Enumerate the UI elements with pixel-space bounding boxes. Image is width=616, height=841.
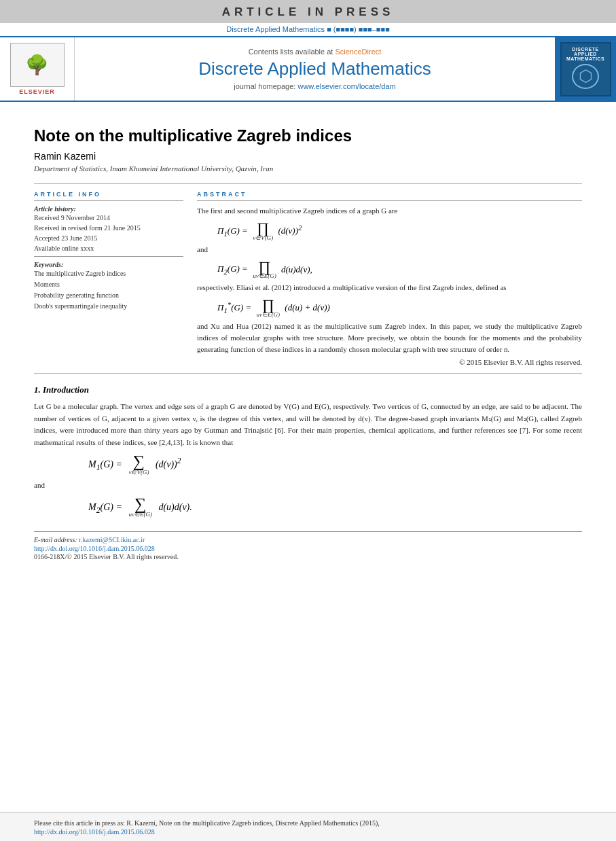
formula-pi1-rhs: (d(v))2 [278, 226, 302, 236]
pi1-sub: v∈V(G) [253, 234, 273, 241]
formula-pi1-lhs: Π1(G) = [217, 226, 250, 236]
section-number: 1. [34, 384, 41, 395]
formula-m1: M1(G) = ∑ v∈V(G) (d(v))2 [88, 455, 582, 475]
keywords-label: Keywords: [34, 261, 183, 268]
author-name: Ramin Kazemi [34, 151, 582, 162]
dam-logo-text: DISCRETEAPPLIEDMATHEMATICS [566, 47, 604, 61]
keyword-2: Moments [34, 279, 183, 290]
two-col-layout: ARTICLE INFO Article history: Received 9… [34, 191, 582, 366]
banner-text: ARTICLE IN PRESS [222, 5, 395, 18]
section-title: 1. Introduction [34, 384, 582, 395]
formula-pi2: Π2(G) = ∏ uv∈E(G) d(u)d(v), [217, 261, 582, 280]
formula-pi1: Π1(G) = ∏ v∈V(G) (d(v))2 [217, 222, 582, 241]
formula-pi2-prod: ∏ uv∈E(G) [253, 261, 276, 280]
abstract-text-2: respectively. Eliasi et al. (2012) intro… [197, 282, 582, 293]
formula-pi1star-lhs: Π1*(G) = [217, 302, 254, 312]
keyword-4: Doob's supermartingale inequality [34, 301, 183, 312]
m2-sub: uv∈E(G) [128, 511, 152, 518]
section-title-text: Introduction [43, 384, 89, 395]
email-label: E-mail address: [34, 536, 77, 543]
doi-line-text: Discrete Applied Mathematics ■ (■■■■) ■■… [226, 25, 390, 33]
abstract-text-3: and Xu and Hua (2012) named it as the mu… [197, 321, 582, 355]
intro-paragraph-1: Let G be a molecular graph. The vertex a… [34, 401, 582, 448]
formula-m2-sum: ∑ uv∈E(G) [128, 498, 152, 518]
pi1star-sub: uv∈E(G) [257, 311, 280, 318]
m1-sum-symbol: ∑ [133, 455, 145, 468]
article-info-col: ARTICLE INFO Article history: Received 9… [34, 191, 183, 366]
elsevier-tree-icon: 🌳 [25, 54, 49, 76]
keyword-3: Probability generating function [34, 290, 183, 301]
doi-link[interactable]: http://dx.doi.org/10.1016/j.dam.2015.06.… [34, 545, 582, 552]
journal-title: Discrete Applied Mathematics [81, 58, 548, 79]
formula-m2-rhs: d(u)d(v). [158, 502, 192, 512]
homepage-url[interactable]: www.elsevier.com/locate/dam [297, 82, 395, 90]
formula-pi1-prod: ∏ v∈V(G) [253, 222, 273, 241]
separator-2 [34, 373, 582, 374]
main-content: Note on the multiplicative Zagreb indice… [0, 102, 616, 574]
formula-m2-lhs: M2(G) = [88, 502, 124, 512]
formula-m1-lhs: M1(G) = [88, 459, 124, 469]
journal-logo-right: DISCRETEAPPLIEDMATHEMATICS [555, 37, 616, 101]
email-link[interactable]: r.kazemi@SCI.ikiu.ac.ir [79, 536, 145, 543]
footnote-email-line: E-mail address: r.kazemi@SCI.ikiu.ac.ir [34, 536, 582, 543]
dam-logo-circle [572, 64, 599, 89]
abstract-copyright: © 2015 Elsevier B.V. All rights reserved… [197, 358, 582, 366]
journal-homepage: journal homepage: www.elsevier.com/locat… [81, 82, 548, 90]
formula-m1-sum: ∑ v∈V(G) [128, 455, 149, 475]
formula-m2: M2(G) = ∑ uv∈E(G) d(u)d(v). [88, 498, 582, 518]
m1-sub: v∈V(G) [128, 469, 149, 476]
affiliation: Department of Statistics, Imam Khomeini … [34, 164, 582, 173]
separator-1 [34, 183, 582, 184]
journal-header: 🌳 ELSEVIER Contents lists available at S… [0, 36, 616, 102]
doi-line: Discrete Applied Mathematics ■ (■■■■) ■■… [0, 23, 616, 36]
abstract-heading: ABSTRACT [197, 191, 582, 198]
pi2-prod-symbol: ∏ [258, 261, 270, 273]
abstract-text-1: The first and second multiplicative Zagr… [197, 205, 582, 217]
online-date: Available online xxxx [34, 243, 183, 253]
info-separator-1 [34, 200, 183, 201]
article-info-heading: ARTICLE INFO [34, 191, 183, 198]
formula-pi1star-rhs: (d(u) + d(v)) [285, 302, 330, 312]
elsevier-logo-image: 🌳 [10, 43, 65, 87]
citation-doi: http://dx.doi.org/10.1016/j.dam.2015.06.… [34, 828, 582, 836]
dam-logo-box: DISCRETEAPPLIEDMATHEMATICS [560, 42, 611, 96]
page: ARTICLE IN PRESS Discrete Applied Mathem… [0, 0, 616, 841]
info-separator-2 [34, 256, 183, 257]
formula-pi2-lhs: Π2(G) = [217, 264, 250, 274]
abstract-col: ABSTRACT The first and second multiplica… [197, 191, 582, 366]
article-in-press-banner: ARTICLE IN PRESS [0, 0, 616, 23]
formula-pi2-rhs: d(u)d(v), [281, 264, 312, 274]
citation-text: Please cite this article in press as: R.… [34, 818, 582, 828]
keyword-1: The multiplicative Zagreb indices [34, 268, 183, 279]
sciencedirect-link[interactable]: ScienceDirect [335, 48, 381, 56]
elsevier-name: ELSEVIER [19, 88, 55, 95]
intro-and: and [34, 480, 582, 492]
m2-sum-symbol: ∑ [134, 498, 146, 511]
formula-m1-rhs: (d(v))2 [156, 459, 181, 469]
sciencedirect-label: Contents lists available at [249, 48, 333, 56]
received-date: Received 9 November 2014 [34, 213, 183, 223]
pi1-prod-symbol: ∏ [257, 222, 269, 234]
formula-pi1star-prod: ∏ uv∈E(G) [257, 299, 280, 318]
abstract-and-1: and [197, 244, 582, 255]
pi2-sub: uv∈E(G) [253, 272, 276, 279]
journal-center: Contents lists available at ScienceDirec… [75, 37, 555, 101]
rights-text: 0166-218X/© 2015 Elsevier B.V. All right… [34, 553, 582, 560]
history-label: Article history: [34, 205, 183, 213]
pi1star-prod-symbol: ∏ [262, 299, 274, 311]
homepage-label: journal homepage: [234, 82, 295, 90]
citation-box: Please cite this article in press as: R.… [0, 812, 616, 841]
abstract-separator [197, 200, 582, 201]
footnote-area: E-mail address: r.kazemi@SCI.ikiu.ac.ir … [34, 531, 582, 560]
elsevier-logo: 🌳 ELSEVIER [0, 37, 75, 101]
formula-pi1star: Π1*(G) = ∏ uv∈E(G) (d(u) + d(v)) [217, 299, 582, 318]
paper-title: Note on the multiplicative Zagreb indice… [34, 126, 582, 145]
sciencedirect-line: Contents lists available at ScienceDirec… [81, 48, 548, 56]
revised-date: Received in revised form 21 June 2015 [34, 223, 183, 233]
accepted-date: Accepted 23 June 2015 [34, 233, 183, 243]
